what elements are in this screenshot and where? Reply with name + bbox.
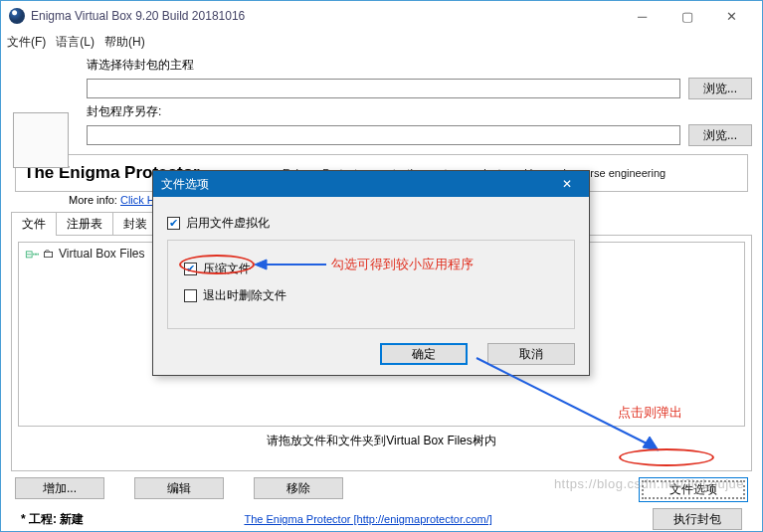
- cancel-button[interactable]: 取消: [487, 343, 575, 365]
- main-window: Enigma Virtual Box 9.20 Build 20181016 ─…: [0, 0, 763, 532]
- preview-thumbnail: [13, 112, 69, 168]
- file-options-button[interactable]: 文件选项: [639, 477, 748, 502]
- checkbox-icon: ✔: [184, 263, 197, 275]
- edit-button[interactable]: 编辑: [134, 477, 224, 499]
- input-main-path[interactable]: [87, 79, 680, 98]
- drag-hint: 请拖放文件和文件夹到Virtual Box Files树内: [18, 433, 745, 449]
- footer-link[interactable]: The Enigma Protector [http://enigmaprote…: [244, 513, 491, 525]
- folder-icon: 🗀: [43, 247, 55, 261]
- add-button[interactable]: 增加...: [15, 477, 104, 499]
- file-options-dialog: 文件选项 ✕ ✔ 启用文件虚拟化 ✔ 压缩文件 退出时删除文件 确定 取消: [152, 170, 590, 376]
- execute-button[interactable]: 执行封包: [653, 508, 742, 530]
- menu-bar: 文件(F) 语言(L) 帮助(H): [1, 31, 762, 53]
- checkbox-icon: ✔: [167, 217, 180, 230]
- tab-files[interactable]: 文件: [11, 212, 57, 236]
- panel-buttons: 增加... 编辑 移除 文件选项: [11, 477, 752, 502]
- app-icon: [9, 8, 25, 24]
- checkbox-icon: [184, 289, 197, 302]
- delete-on-exit-checkbox[interactable]: 退出时删除文件: [184, 287, 558, 304]
- menu-help[interactable]: 帮助(H): [104, 34, 145, 51]
- menu-file[interactable]: 文件(F): [7, 34, 46, 51]
- output-label: 封包程序另存:: [87, 103, 206, 120]
- select-main-label: 请选择待封包的主程: [87, 57, 206, 74]
- dialog-title-bar: 文件选项 ✕: [153, 171, 589, 197]
- close-button[interactable]: ✕: [709, 2, 754, 30]
- enable-virtualization-checkbox[interactable]: ✔ 启用文件虚拟化: [167, 215, 575, 232]
- tab-registry[interactable]: 注册表: [56, 212, 113, 236]
- browse-main-button[interactable]: 浏览...: [688, 78, 752, 99]
- remove-button[interactable]: 移除: [254, 477, 343, 499]
- minimize-button[interactable]: ─: [620, 2, 665, 30]
- browse-output-button[interactable]: 浏览...: [688, 124, 752, 146]
- menu-language[interactable]: 语言(L): [56, 34, 95, 51]
- maximize-button[interactable]: ▢: [665, 2, 709, 30]
- compress-files-checkbox[interactable]: ✔ 压缩文件: [184, 261, 558, 277]
- input-output-path[interactable]: [87, 125, 680, 145]
- title-bar: Enigma Virtual Box 9.20 Build 20181016 ─…: [1, 1, 762, 31]
- more-info-link[interactable]: Click H: [120, 194, 155, 206]
- options-group: ✔ 压缩文件 退出时删除文件: [167, 240, 575, 329]
- project-label: * 工程: 新建: [21, 511, 84, 528]
- ok-button[interactable]: 确定: [380, 343, 468, 365]
- window-title: Enigma Virtual Box 9.20 Build 20181016: [31, 9, 245, 23]
- dialog-close-button[interactable]: ✕: [553, 177, 581, 191]
